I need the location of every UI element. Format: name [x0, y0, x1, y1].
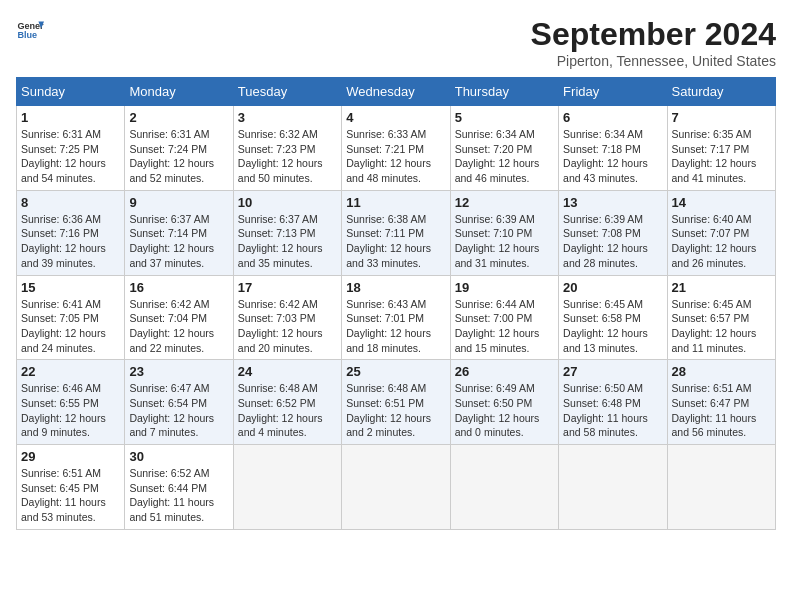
day-number: 24: [238, 364, 337, 379]
header-thursday: Thursday: [450, 78, 558, 106]
table-row: 1Sunrise: 6:31 AM Sunset: 7:25 PM Daylig…: [17, 106, 125, 191]
day-info: Sunrise: 6:48 AM Sunset: 6:52 PM Dayligh…: [238, 381, 337, 440]
table-row: 24Sunrise: 6:48 AM Sunset: 6:52 PM Dayli…: [233, 360, 341, 445]
table-row: [233, 445, 341, 530]
table-row: 9Sunrise: 6:37 AM Sunset: 7:14 PM Daylig…: [125, 190, 233, 275]
day-info: Sunrise: 6:50 AM Sunset: 6:48 PM Dayligh…: [563, 381, 662, 440]
header-tuesday: Tuesday: [233, 78, 341, 106]
calendar-table: Sunday Monday Tuesday Wednesday Thursday…: [16, 77, 776, 530]
day-number: 12: [455, 195, 554, 210]
day-info: Sunrise: 6:35 AM Sunset: 7:17 PM Dayligh…: [672, 127, 771, 186]
table-row: 15Sunrise: 6:41 AM Sunset: 7:05 PM Dayli…: [17, 275, 125, 360]
table-row: 20Sunrise: 6:45 AM Sunset: 6:58 PM Dayli…: [559, 275, 667, 360]
table-row: [342, 445, 450, 530]
day-info: Sunrise: 6:39 AM Sunset: 7:10 PM Dayligh…: [455, 212, 554, 271]
day-number: 17: [238, 280, 337, 295]
header-sunday: Sunday: [17, 78, 125, 106]
table-row: 27Sunrise: 6:50 AM Sunset: 6:48 PM Dayli…: [559, 360, 667, 445]
day-info: Sunrise: 6:39 AM Sunset: 7:08 PM Dayligh…: [563, 212, 662, 271]
title-block: September 2024 Piperton, Tennessee, Unit…: [531, 16, 776, 69]
table-row: 29Sunrise: 6:51 AM Sunset: 6:45 PM Dayli…: [17, 445, 125, 530]
calendar-week-row: 22Sunrise: 6:46 AM Sunset: 6:55 PM Dayli…: [17, 360, 776, 445]
table-row: [559, 445, 667, 530]
table-row: 14Sunrise: 6:40 AM Sunset: 7:07 PM Dayli…: [667, 190, 775, 275]
day-number: 30: [129, 449, 228, 464]
day-info: Sunrise: 6:36 AM Sunset: 7:16 PM Dayligh…: [21, 212, 120, 271]
day-number: 6: [563, 110, 662, 125]
day-number: 2: [129, 110, 228, 125]
day-number: 29: [21, 449, 120, 464]
day-info: Sunrise: 6:51 AM Sunset: 6:45 PM Dayligh…: [21, 466, 120, 525]
table-row: 10Sunrise: 6:37 AM Sunset: 7:13 PM Dayli…: [233, 190, 341, 275]
day-number: 14: [672, 195, 771, 210]
day-number: 5: [455, 110, 554, 125]
day-info: Sunrise: 6:31 AM Sunset: 7:25 PM Dayligh…: [21, 127, 120, 186]
calendar-header-row: Sunday Monday Tuesday Wednesday Thursday…: [17, 78, 776, 106]
table-row: 8Sunrise: 6:36 AM Sunset: 7:16 PM Daylig…: [17, 190, 125, 275]
day-number: 16: [129, 280, 228, 295]
day-number: 3: [238, 110, 337, 125]
table-row: 11Sunrise: 6:38 AM Sunset: 7:11 PM Dayli…: [342, 190, 450, 275]
day-number: 9: [129, 195, 228, 210]
table-row: 23Sunrise: 6:47 AM Sunset: 6:54 PM Dayli…: [125, 360, 233, 445]
day-number: 1: [21, 110, 120, 125]
table-row: 5Sunrise: 6:34 AM Sunset: 7:20 PM Daylig…: [450, 106, 558, 191]
table-row: 22Sunrise: 6:46 AM Sunset: 6:55 PM Dayli…: [17, 360, 125, 445]
header-saturday: Saturday: [667, 78, 775, 106]
day-number: 8: [21, 195, 120, 210]
day-info: Sunrise: 6:34 AM Sunset: 7:18 PM Dayligh…: [563, 127, 662, 186]
day-info: Sunrise: 6:48 AM Sunset: 6:51 PM Dayligh…: [346, 381, 445, 440]
day-number: 25: [346, 364, 445, 379]
table-row: [450, 445, 558, 530]
day-info: Sunrise: 6:40 AM Sunset: 7:07 PM Dayligh…: [672, 212, 771, 271]
table-row: 6Sunrise: 6:34 AM Sunset: 7:18 PM Daylig…: [559, 106, 667, 191]
day-number: 23: [129, 364, 228, 379]
day-info: Sunrise: 6:42 AM Sunset: 7:03 PM Dayligh…: [238, 297, 337, 356]
day-info: Sunrise: 6:51 AM Sunset: 6:47 PM Dayligh…: [672, 381, 771, 440]
day-info: Sunrise: 6:38 AM Sunset: 7:11 PM Dayligh…: [346, 212, 445, 271]
day-info: Sunrise: 6:37 AM Sunset: 7:13 PM Dayligh…: [238, 212, 337, 271]
day-number: 28: [672, 364, 771, 379]
table-row: 18Sunrise: 6:43 AM Sunset: 7:01 PM Dayli…: [342, 275, 450, 360]
table-row: 12Sunrise: 6:39 AM Sunset: 7:10 PM Dayli…: [450, 190, 558, 275]
day-number: 7: [672, 110, 771, 125]
day-info: Sunrise: 6:42 AM Sunset: 7:04 PM Dayligh…: [129, 297, 228, 356]
logo: General Blue: [16, 16, 44, 44]
day-info: Sunrise: 6:37 AM Sunset: 7:14 PM Dayligh…: [129, 212, 228, 271]
table-row: 13Sunrise: 6:39 AM Sunset: 7:08 PM Dayli…: [559, 190, 667, 275]
table-row: 7Sunrise: 6:35 AM Sunset: 7:17 PM Daylig…: [667, 106, 775, 191]
calendar-week-row: 8Sunrise: 6:36 AM Sunset: 7:16 PM Daylig…: [17, 190, 776, 275]
month-title: September 2024: [531, 16, 776, 53]
day-number: 4: [346, 110, 445, 125]
day-info: Sunrise: 6:44 AM Sunset: 7:00 PM Dayligh…: [455, 297, 554, 356]
day-number: 20: [563, 280, 662, 295]
table-row: 30Sunrise: 6:52 AM Sunset: 6:44 PM Dayli…: [125, 445, 233, 530]
page-header: General Blue September 2024 Piperton, Te…: [16, 16, 776, 69]
header-monday: Monday: [125, 78, 233, 106]
day-number: 13: [563, 195, 662, 210]
day-number: 21: [672, 280, 771, 295]
logo-icon: General Blue: [16, 16, 44, 44]
day-info: Sunrise: 6:52 AM Sunset: 6:44 PM Dayligh…: [129, 466, 228, 525]
header-wednesday: Wednesday: [342, 78, 450, 106]
day-number: 19: [455, 280, 554, 295]
day-info: Sunrise: 6:32 AM Sunset: 7:23 PM Dayligh…: [238, 127, 337, 186]
table-row: [667, 445, 775, 530]
day-number: 18: [346, 280, 445, 295]
table-row: 3Sunrise: 6:32 AM Sunset: 7:23 PM Daylig…: [233, 106, 341, 191]
header-friday: Friday: [559, 78, 667, 106]
day-number: 27: [563, 364, 662, 379]
day-info: Sunrise: 6:34 AM Sunset: 7:20 PM Dayligh…: [455, 127, 554, 186]
table-row: 25Sunrise: 6:48 AM Sunset: 6:51 PM Dayli…: [342, 360, 450, 445]
calendar-week-row: 15Sunrise: 6:41 AM Sunset: 7:05 PM Dayli…: [17, 275, 776, 360]
svg-text:Blue: Blue: [17, 30, 37, 40]
calendar-week-row: 29Sunrise: 6:51 AM Sunset: 6:45 PM Dayli…: [17, 445, 776, 530]
day-number: 10: [238, 195, 337, 210]
day-info: Sunrise: 6:47 AM Sunset: 6:54 PM Dayligh…: [129, 381, 228, 440]
table-row: 4Sunrise: 6:33 AM Sunset: 7:21 PM Daylig…: [342, 106, 450, 191]
table-row: 28Sunrise: 6:51 AM Sunset: 6:47 PM Dayli…: [667, 360, 775, 445]
day-info: Sunrise: 6:43 AM Sunset: 7:01 PM Dayligh…: [346, 297, 445, 356]
day-number: 26: [455, 364, 554, 379]
table-row: 26Sunrise: 6:49 AM Sunset: 6:50 PM Dayli…: [450, 360, 558, 445]
location: Piperton, Tennessee, United States: [531, 53, 776, 69]
